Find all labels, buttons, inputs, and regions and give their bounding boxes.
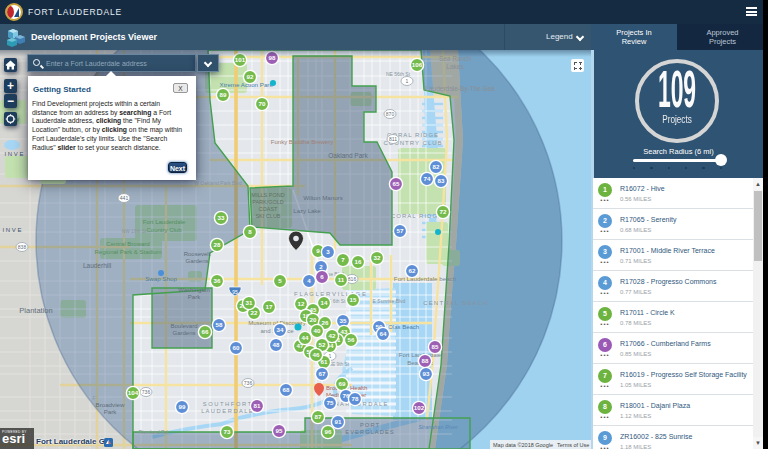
svg-text:Fort Lauderdale: Fort Lauderdale bbox=[143, 219, 186, 225]
svg-text:56: 56 bbox=[348, 336, 355, 343]
svg-text:Regional Park & Stadium: Regional Park & Stadium bbox=[94, 249, 161, 255]
svg-text:93: 93 bbox=[423, 370, 430, 377]
svg-text:87: 87 bbox=[315, 413, 322, 420]
svg-text:5: 5 bbox=[278, 277, 282, 284]
svg-text:I N V E: I N V E bbox=[2, 227, 21, 233]
svg-text:68: 68 bbox=[283, 386, 290, 393]
svg-text:17: 17 bbox=[266, 303, 273, 310]
svg-text:102: 102 bbox=[414, 404, 425, 411]
svg-text:Wilton Manors: Wilton Manors bbox=[303, 194, 343, 201]
svg-text:Park: Park bbox=[188, 294, 201, 300]
svg-text:Oakland Park: Oakland Park bbox=[328, 152, 368, 159]
svg-text:Gardens: Gardens bbox=[185, 258, 208, 264]
svg-text:95: 95 bbox=[276, 427, 283, 434]
svg-text:Swap Shop: Swap Shop bbox=[145, 275, 177, 282]
svg-text:Funky Buddha Brewery: Funky Buddha Brewery bbox=[271, 139, 333, 145]
svg-text:20: 20 bbox=[310, 316, 317, 323]
svg-text:Lakes: Lakes bbox=[446, 63, 464, 70]
svg-text:Roosevelt: Roosevelt bbox=[184, 251, 211, 257]
svg-text:75: 75 bbox=[327, 399, 334, 406]
svg-text:57: 57 bbox=[397, 227, 404, 234]
svg-text:73: 73 bbox=[224, 428, 231, 435]
svg-text:26: 26 bbox=[322, 319, 329, 326]
svg-text:Lauderhill: Lauderhill bbox=[83, 262, 112, 269]
svg-text:3: 3 bbox=[326, 248, 330, 255]
svg-text:Washington: Washington bbox=[178, 287, 209, 293]
svg-text:78: 78 bbox=[352, 395, 359, 402]
svg-text:64: 64 bbox=[380, 330, 387, 337]
svg-text:NW 19th St: NW 19th St bbox=[122, 229, 147, 234]
svg-text:99: 99 bbox=[179, 403, 186, 410]
svg-text:95: 95 bbox=[232, 289, 238, 295]
svg-text:4: 4 bbox=[307, 277, 311, 284]
svg-text:Country Club: Country Club bbox=[146, 227, 182, 233]
svg-text:CORAL RIDGE: CORAL RIDGE bbox=[391, 213, 443, 219]
svg-text:EVERGLADES: EVERGLADES bbox=[345, 429, 394, 435]
svg-text:88: 88 bbox=[422, 357, 429, 364]
svg-text:SE 9th St: SE 9th St bbox=[329, 362, 350, 367]
svg-text:Plantation: Plantation bbox=[19, 306, 52, 315]
svg-text:SKI CLUB: SKI CLUB bbox=[255, 213, 280, 219]
svg-text:S O U T H F O R T: S O U T H F O R T bbox=[203, 401, 252, 407]
svg-text:Park: Park bbox=[104, 408, 118, 415]
svg-text:W Oakland Park Blvd: W Oakland Park Blvd bbox=[194, 180, 242, 186]
svg-text:Lauderdale-By-The-Sea: Lauderdale-By-The-Sea bbox=[425, 85, 495, 93]
svg-text:81: 81 bbox=[254, 402, 261, 409]
svg-text:89: 89 bbox=[220, 91, 227, 98]
svg-text:91: 91 bbox=[335, 418, 342, 425]
svg-text:72: 72 bbox=[440, 208, 447, 215]
svg-text:66: 66 bbox=[202, 328, 209, 335]
svg-text:28: 28 bbox=[214, 241, 221, 248]
svg-text:62: 62 bbox=[409, 267, 416, 274]
svg-text:46: 46 bbox=[313, 351, 320, 358]
svg-text:816: 816 bbox=[348, 276, 357, 282]
svg-text:12: 12 bbox=[298, 300, 305, 307]
svg-text:870: 870 bbox=[386, 111, 395, 117]
svg-text:MILLS POND: MILLS POND bbox=[251, 192, 284, 198]
svg-text:Fort Lauderdale beach: Fort Lauderdale beach bbox=[394, 275, 457, 282]
svg-text:52: 52 bbox=[319, 341, 326, 348]
svg-text:Central Broward: Central Broward bbox=[106, 241, 149, 247]
svg-text:9: 9 bbox=[316, 247, 320, 254]
svg-text:COAST: COAST bbox=[259, 206, 279, 212]
svg-text:74: 74 bbox=[424, 175, 431, 182]
svg-text:736: 736 bbox=[142, 389, 151, 395]
svg-text:F: F bbox=[92, 395, 95, 401]
svg-text:82: 82 bbox=[433, 163, 440, 170]
svg-text:Broadview: Broadview bbox=[96, 401, 125, 408]
svg-text:CENTRAL BEACH: CENTRAL BEACH bbox=[423, 300, 489, 306]
svg-text:85: 85 bbox=[432, 343, 439, 350]
svg-text:7: 7 bbox=[341, 256, 345, 263]
svg-text:92: 92 bbox=[247, 73, 254, 80]
svg-text:35: 35 bbox=[340, 317, 347, 324]
svg-text:69: 69 bbox=[339, 380, 346, 387]
svg-text:104: 104 bbox=[128, 389, 139, 396]
svg-text:83: 83 bbox=[438, 177, 445, 184]
svg-text:33: 33 bbox=[218, 214, 225, 221]
svg-text:22: 22 bbox=[251, 309, 258, 316]
svg-text:67: 67 bbox=[319, 370, 326, 377]
svg-text:2: 2 bbox=[319, 263, 323, 270]
svg-text:Riverland Rd: Riverland Rd bbox=[139, 429, 168, 435]
svg-text:34: 34 bbox=[277, 326, 284, 333]
svg-text:106: 106 bbox=[412, 61, 423, 68]
svg-text:Boulevard: Boulevard bbox=[170, 323, 197, 329]
svg-text:60: 60 bbox=[233, 344, 240, 351]
svg-text:101: 101 bbox=[235, 56, 246, 63]
svg-text:42: 42 bbox=[329, 332, 336, 339]
svg-text:Stranahan River: Stranahan River bbox=[418, 424, 459, 430]
svg-text:Gardens: Gardens bbox=[172, 330, 195, 336]
svg-text:8: 8 bbox=[248, 228, 252, 235]
svg-text:96: 96 bbox=[325, 428, 332, 435]
svg-text:736: 736 bbox=[244, 380, 253, 386]
svg-text:PARK/GOLD: PARK/GOLD bbox=[252, 199, 284, 205]
svg-text:16: 16 bbox=[355, 258, 362, 265]
svg-text:Lazy Lake: Lazy Lake bbox=[293, 208, 321, 214]
svg-text:70: 70 bbox=[259, 100, 266, 107]
svg-text:14: 14 bbox=[321, 299, 328, 306]
svg-text:I N V E: I N V E bbox=[4, 151, 23, 157]
svg-text:44: 44 bbox=[302, 334, 309, 341]
svg-text:58: 58 bbox=[216, 321, 223, 328]
svg-text:6: 6 bbox=[320, 273, 324, 280]
svg-text:PORT: PORT bbox=[360, 422, 380, 428]
